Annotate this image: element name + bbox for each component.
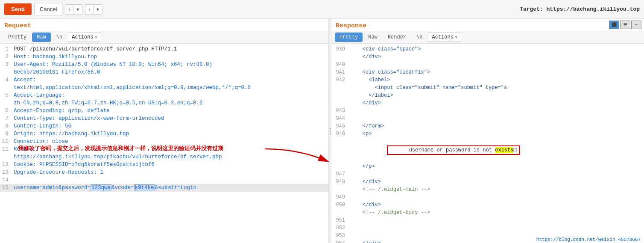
tab-response-raw[interactable]: Raw bbox=[363, 33, 382, 42]
view-list-icon[interactable]: ☰ bbox=[620, 21, 630, 29]
request-line-4b: text/html,application/xhtml+xml,applicat… bbox=[0, 84, 328, 92]
response-actions-label: Actions bbox=[432, 34, 453, 40]
resp-line-945: 945 </form> bbox=[331, 122, 644, 130]
request-actions-button[interactable]: Actions ▾ bbox=[68, 33, 101, 42]
request-line-1: 1 POST /pikachu/vul/burteforce/bf_server… bbox=[0, 45, 328, 53]
send-button[interactable]: Send bbox=[4, 3, 32, 15]
divider-dot-1 bbox=[330, 128, 331, 129]
resp-line-946c: </p> bbox=[331, 163, 644, 170]
response-tab-bar: Pretty Raw Render \n Actions ▾ bbox=[331, 31, 644, 44]
response-actions-button[interactable]: Actions ▾ bbox=[428, 33, 461, 42]
bottom-status: https://blog.csdn.net/weixin_45573667 bbox=[533, 236, 644, 243]
request-line-12: 12 Cookie: PHPSESSID=c7cq6kdratf5es0patt… bbox=[0, 161, 328, 169]
resp-line-943: 943 bbox=[331, 107, 644, 115]
request-line-15: 15 username=admin&password=123qwe&vcode=… bbox=[0, 184, 328, 192]
view-icons: ⬛ ☰ ⋯ bbox=[609, 21, 641, 29]
request-panel: Request Pretty Raw \n Actions ▾ 1 POST /… bbox=[0, 19, 329, 243]
view-more-icon[interactable]: ⋯ bbox=[631, 21, 641, 29]
request-panel-title: Request bbox=[0, 19, 328, 31]
request-code-area[interactable]: 1 POST /pikachu/vul/burteforce/bf_server… bbox=[0, 44, 328, 243]
request-tab-bar: Pretty Raw \n Actions ▾ bbox=[0, 31, 328, 44]
divider-dot-2 bbox=[330, 130, 331, 132]
nav-prev-dropdown-button[interactable]: ▾ bbox=[73, 4, 82, 15]
request-line-14: 14 bbox=[0, 176, 328, 184]
nav-next-dropdown-button[interactable]: ▾ bbox=[93, 4, 102, 15]
resp-line-941: 941 <div class="clearfix"> bbox=[331, 68, 644, 76]
tab-request-raw[interactable]: Raw bbox=[32, 33, 51, 42]
resp-line-946: 946 <p> bbox=[331, 130, 644, 138]
nav-prev-button[interactable]: ‹ bbox=[65, 4, 73, 15]
resp-line-948: 948 </div> bbox=[331, 178, 644, 186]
nav-prev-group: ‹ ▾ bbox=[65, 4, 82, 15]
resp-line-942b: <input class="submit" name="submit" type… bbox=[331, 84, 644, 92]
divider-dot-3 bbox=[330, 133, 331, 134]
request-line-13: 13 Upgrade-Insecure-Requests: 1 bbox=[0, 169, 328, 176]
resp-line-940: 940 bbox=[331, 61, 644, 68]
request-line-3b: Gecko/20100101 Firefox/88.0 bbox=[0, 68, 328, 76]
resp-line-950: 950 </div> bbox=[331, 201, 644, 209]
resp-line-939b: </div> bbox=[331, 53, 644, 61]
resp-line-939: 939 <div class="space"> bbox=[331, 45, 644, 53]
resp-line-951: 951 bbox=[331, 216, 644, 224]
request-line-11b: https://bachang.ikillyou.top/pikachu/vul… bbox=[0, 153, 328, 161]
request-line-4: 4 Accept: bbox=[0, 76, 328, 84]
target-url: Target: https://bachang.ikillyou.top bbox=[520, 6, 640, 12]
response-code-area[interactable]: 939 <div class="space"> </div> 940 941 <… bbox=[331, 44, 644, 243]
response-panel: Response Pretty Raw Render \n Actions ▾ … bbox=[331, 19, 644, 243]
tab-response-render[interactable]: Render bbox=[383, 33, 411, 42]
tab-response-pretty[interactable]: Pretty bbox=[335, 33, 363, 42]
request-line-6: 6 Accept-Encoding: gzip, deflate bbox=[0, 107, 328, 115]
resp-line-946b: username or password is not exists□ bbox=[331, 138, 644, 163]
resp-line-942d: </div> bbox=[331, 99, 644, 107]
tab-request-newline[interactable]: \n bbox=[52, 33, 67, 42]
request-line-10: 10 Connection: close bbox=[0, 138, 328, 145]
tab-response-newline[interactable]: \n bbox=[412, 33, 427, 42]
vcode-value: k9t4ke bbox=[134, 184, 155, 191]
tab-request-pretty[interactable]: Pretty bbox=[3, 33, 31, 42]
nav-next-group: › ▾ bbox=[85, 4, 102, 15]
request-line-3: 3 User-Agent: Mozilla/5.0 (Windows NT 10… bbox=[0, 61, 328, 68]
password-value: 123qwe bbox=[91, 184, 111, 191]
resp-line-949: 949 bbox=[331, 193, 644, 201]
request-line-5b: zh-CN,zh;q=0.8,zh-TW;q=0.7,zh-HK;q=0.5,e… bbox=[0, 99, 328, 107]
toolbar-left: Send Cancel ‹ ▾ › ▾ bbox=[4, 3, 102, 15]
request-line-7: 7 Content-Type: application/x-www-form-u… bbox=[0, 115, 328, 122]
cancel-button[interactable]: Cancel bbox=[34, 3, 62, 15]
actions-chevron-icon: ▾ bbox=[95, 35, 97, 40]
main-content: Request Pretty Raw \n Actions ▾ 1 POST /… bbox=[0, 19, 644, 243]
request-line-5: 5 Accept-Language: bbox=[0, 92, 328, 99]
resp-line-942: 942 <label> bbox=[331, 76, 644, 84]
nav-next-button[interactable]: › bbox=[85, 4, 93, 15]
resp-line-942c: </label> bbox=[331, 92, 644, 99]
request-line-9: 9 Origin: https://bachang.ikillyou.top bbox=[0, 130, 328, 138]
view-split-icon[interactable]: ⬛ bbox=[609, 21, 619, 29]
resp-line-944: 944 bbox=[331, 115, 644, 122]
toolbar: Send Cancel ‹ ▾ › ▾ Target: https://bach… bbox=[0, 0, 644, 19]
actions-label: Actions bbox=[72, 34, 93, 40]
response-actions-chevron-icon: ▾ bbox=[455, 35, 457, 40]
resp-line-948b: <!-- /.widget-main --> bbox=[331, 186, 644, 193]
response-panel-title: Response bbox=[331, 19, 644, 31]
exists-highlight: exists bbox=[495, 147, 513, 153]
resp-line-950b: <!-- /.widget-body --> bbox=[331, 209, 644, 216]
resp-line-952: 952 bbox=[331, 224, 644, 232]
resp-line-947: 947 bbox=[331, 170, 644, 178]
request-line-2: 2 Host: bachang.ikillyou.top bbox=[0, 53, 328, 61]
not-exists-box: username or password is not exists□ bbox=[387, 145, 520, 155]
request-line-8: 8 Content-Length: 56 bbox=[0, 122, 328, 130]
request-line-11: 11 Referer: bbox=[0, 145, 328, 153]
